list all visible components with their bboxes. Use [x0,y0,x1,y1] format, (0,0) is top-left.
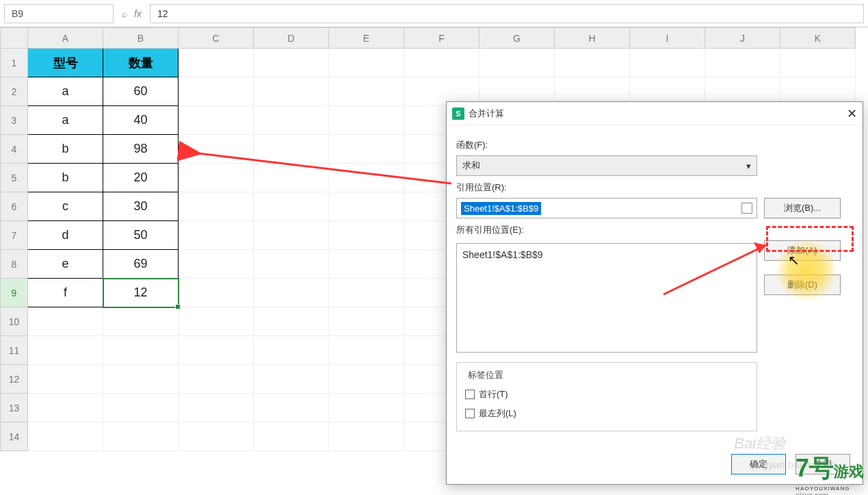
cell-A9[interactable]: f [28,279,103,307]
cell-B6[interactable]: 30 [103,192,179,221]
row-header[interactable]: 4 [1,135,28,164]
col-header[interactable]: I [630,28,705,49]
reference-input[interactable]: Sheet1!$A$1:$B$9 [456,198,757,218]
cell-A1[interactable]: 型号 [28,49,103,77]
cell[interactable] [179,77,254,106]
cell[interactable] [329,106,404,135]
fill-handle[interactable] [175,304,181,309]
cell-B2[interactable]: 60 [103,77,179,106]
cell-B9[interactable]: 12 [103,279,179,307]
cell[interactable] [103,336,179,365]
cell[interactable] [329,77,404,106]
cell[interactable] [254,394,329,422]
select-all-corner[interactable] [1,28,28,49]
cell[interactable] [254,336,329,365]
row-header[interactable]: 14 [1,422,28,451]
cell[interactable] [254,221,329,250]
cell[interactable] [254,422,329,451]
col-header[interactable]: F [404,28,479,49]
col-header[interactable]: J [705,28,780,49]
browse-button[interactable]: 浏览(B)... [764,198,841,218]
cell[interactable] [103,307,179,336]
cell[interactable] [179,221,254,250]
row-header[interactable]: 11 [1,336,28,365]
cell[interactable] [179,164,254,192]
row-header[interactable]: 8 [1,250,28,279]
cell[interactable] [254,192,329,221]
cell-B4[interactable]: 98 [103,135,179,164]
cell[interactable] [28,422,103,451]
cell[interactable] [404,49,479,77]
left-col-checkbox[interactable]: 最左列(L) [465,407,748,420]
cell[interactable] [179,307,254,336]
row-header[interactable]: 7 [1,221,28,250]
top-row-checkbox[interactable]: 首行(T) [465,388,748,401]
cell[interactable] [705,49,780,77]
cell[interactable] [103,394,179,422]
cell[interactable] [179,106,254,135]
formula-input[interactable]: 12 [150,4,864,23]
list-item[interactable]: Sheet1!$A$1:$B$9 [462,249,751,260]
col-header[interactable]: A [28,28,103,49]
cell[interactable] [329,336,404,365]
cell[interactable] [329,164,404,192]
cell[interactable] [254,106,329,135]
cell[interactable] [780,49,856,77]
cell[interactable] [28,365,103,394]
cell[interactable] [103,422,179,451]
cell[interactable] [329,221,404,250]
cell[interactable] [179,279,254,307]
col-header[interactable]: D [254,28,329,49]
cell[interactable] [555,49,630,77]
cell[interactable] [254,365,329,394]
cell[interactable] [179,192,254,221]
row-header[interactable]: 13 [1,394,28,422]
cell[interactable] [103,365,179,394]
cell-B1[interactable]: 数量 [103,49,179,77]
all-references-listbox[interactable]: Sheet1!$A$1:$B$9 [456,243,757,353]
function-combobox[interactable]: 求和 ▾ [456,155,757,176]
cell[interactable] [254,77,329,106]
cell-A2[interactable]: a [28,77,103,106]
cell[interactable] [254,307,329,336]
cell[interactable] [179,336,254,365]
cell[interactable] [254,135,329,164]
cell[interactable] [179,135,254,164]
cell[interactable] [179,422,254,451]
row-header[interactable]: 10 [1,307,28,336]
cell[interactable] [254,164,329,192]
cell[interactable] [28,394,103,422]
dialog-titlebar[interactable]: S 合并计算 ✕ [447,102,863,125]
cell[interactable] [179,49,254,77]
cell-A6[interactable]: c [28,192,103,221]
cell-A4[interactable]: b [28,135,103,164]
row-header[interactable]: 3 [1,106,28,135]
cell[interactable] [329,192,404,221]
row-header[interactable]: 12 [1,365,28,394]
cell-A7[interactable]: d [28,221,103,250]
row-header[interactable]: 5 [1,164,28,192]
cell[interactable] [179,394,254,422]
cell[interactable] [329,394,404,422]
col-header[interactable]: E [329,28,404,49]
col-header[interactable]: B [103,28,179,49]
cell-B5[interactable]: 20 [103,164,179,192]
cell-A8[interactable]: e [28,250,103,279]
col-header[interactable]: H [555,28,630,49]
cell[interactable] [329,422,404,451]
cell[interactable] [329,250,404,279]
col-header[interactable]: G [479,28,555,49]
col-header[interactable]: C [179,28,254,49]
cell[interactable] [329,307,404,336]
cell[interactable] [254,49,329,77]
row-header[interactable]: 6 [1,192,28,221]
search-icon[interactable]: ⌕ [122,8,127,19]
name-box[interactable]: B9 [4,4,114,23]
cell-A3[interactable]: a [28,106,103,135]
row-header[interactable]: 1 [1,49,28,77]
cell-A5[interactable]: b [28,164,103,192]
fx-icon[interactable]: fx [134,8,142,19]
cell[interactable] [329,365,404,394]
range-picker-icon[interactable] [741,203,752,214]
cell[interactable] [254,279,329,307]
